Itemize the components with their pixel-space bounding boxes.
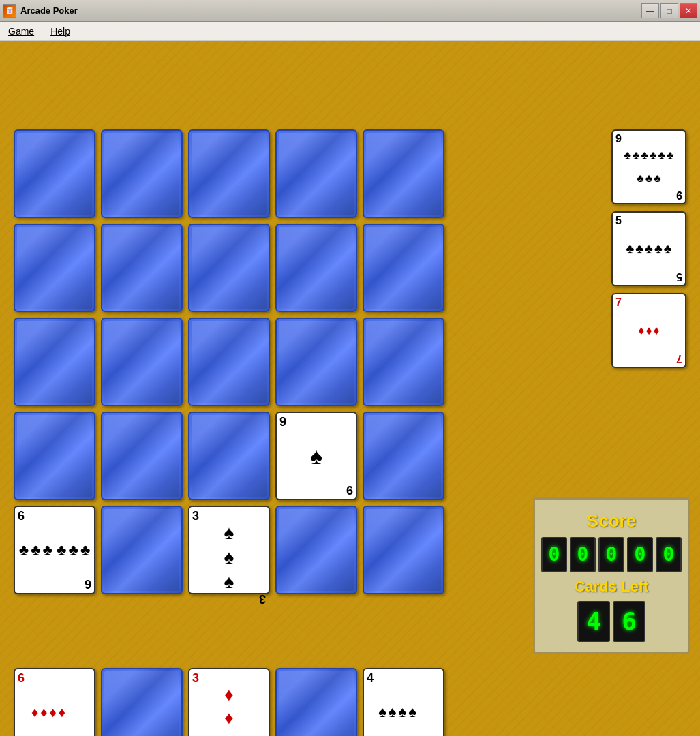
window-title: Arcade Poker [20, 5, 78, 16]
cards-digit-tens-value: 4 [586, 607, 601, 635]
title-bar-left: 🃏 Arcade Poker [3, 4, 78, 18]
grid-cell-0-2[interactable] [188, 129, 270, 218]
grid-cell-1-0[interactable] [14, 224, 95, 312]
card-suit-center-3s: ♠ ♠ ♠ [192, 522, 266, 593]
card-rank-top: 9 [279, 416, 286, 428]
help-menu[interactable]: Help [48, 25, 73, 38]
side-card-pips-5c: ♣♣ ♣ ♣♣ [626, 226, 671, 271]
grid-cell-1-3[interactable] [275, 224, 357, 312]
grid-cell-3-0[interactable] [14, 412, 95, 500]
score-digit-1: 0 [570, 537, 596, 572]
side-card-rank-bottom-5c: 5 [676, 271, 682, 282]
minimize-button[interactable]: — [641, 3, 659, 18]
card-suit-center-3d: ♦ ♦ ♦ [192, 684, 266, 736]
card-grid: 9 ♠ 9 6 ♣♣♣ ♣♣♣ 6 3 ♠ ♠ ♠ 3 [14, 129, 444, 594]
card-rank-bottom-3s: 3 [259, 593, 266, 605]
game-area: 9 ♠ 9 6 ♣♣♣ ♣♣♣ 6 3 ♠ ♠ ♠ 3 [0, 41, 700, 736]
cards-left-display: 4 6 [577, 601, 645, 642]
grid-cell-2-3[interactable] [275, 318, 357, 406]
bottom-cell-1[interactable] [101, 668, 183, 736]
side-card-rank-top-5c: 5 [615, 215, 622, 226]
cards-left-label: Cards Left [575, 578, 649, 596]
card-rank-top: 6 [18, 672, 25, 684]
side-card-5-clubs[interactable]: 5 ♣♣ ♣ ♣♣ 5 [611, 211, 686, 286]
grid-cell-0-0[interactable] [14, 129, 95, 218]
close-button[interactable]: ✕ [680, 3, 697, 18]
card-suit-center: ♦♦ ♦♦ [18, 684, 79, 736]
card-rank-bottom: 9 [346, 484, 353, 496]
grid-cell-3-1[interactable] [101, 412, 183, 500]
side-card-pips: ♣♣♣ ♣♣♣ ♣♣♣ [622, 144, 676, 189]
cards-digit-ones: 6 [613, 601, 645, 642]
maximize-button[interactable]: □ [660, 3, 678, 18]
card-rank-top-3s: 3 [192, 510, 199, 522]
grid-cell-2-4[interactable] [363, 318, 444, 406]
cards-digit-ones-value: 6 [622, 607, 637, 635]
card-3-spades[interactable]: 3 ♠ ♠ ♠ 3 [188, 506, 270, 594]
score-digit-4: 0 [656, 537, 682, 572]
grid-cell-1-1[interactable] [101, 224, 183, 312]
grid-cell-4-4[interactable] [363, 506, 444, 594]
grid-cell-1-2[interactable] [188, 224, 270, 312]
card-4-spades-bottom[interactable]: 4 ♠♠ ♠♠ 4 [363, 668, 444, 736]
grid-cell-3-2[interactable] [188, 412, 270, 500]
bottom-row: 6 ♦♦ ♦♦ 6 3 ♦ ♦ ♦ 3 4 ♠♠ ♠♠ [14, 668, 444, 736]
grid-cell-2-2[interactable] [188, 318, 270, 406]
grid-cell-2-1[interactable] [101, 318, 183, 406]
card-6-clubs[interactable]: 6 ♣♣♣ ♣♣♣ 6 [14, 506, 95, 594]
title-bar: 🃏 Arcade Poker — □ ✕ [0, 0, 700, 22]
grid-cell-0-4[interactable] [363, 129, 444, 218]
grid-cell-4-1[interactable] [101, 506, 183, 594]
card-suit-center: ♠ [279, 428, 353, 484]
grid-cell-2-0[interactable] [14, 318, 95, 406]
bottom-cell-3[interactable] [275, 668, 357, 736]
card-3-diamonds-bottom[interactable]: 3 ♦ ♦ ♦ 3 [188, 668, 270, 736]
score-panel: Score 0 0 0 0 0 Cards Left 4 6 [533, 497, 690, 654]
side-card-rank-bottom-7d: 7 [676, 353, 682, 364]
side-card-rank-bottom: 9 [676, 189, 682, 200]
game-menu[interactable]: Game [5, 25, 37, 38]
side-card-9-clubs[interactable]: 9 ♣♣♣ ♣♣♣ ♣♣♣ 9 [611, 129, 686, 204]
score-label: Score [587, 510, 636, 532]
card-9-spades[interactable]: 9 ♠ 9 [275, 412, 357, 500]
side-cards-panel: 9 ♣♣♣ ♣♣♣ ♣♣♣ 9 5 ♣♣ ♣ ♣♣ 5 7 ♦♦♦ 7 [611, 129, 686, 368]
side-card-pips-7d: ♦♦♦ [638, 308, 660, 353]
card-rank-top-3d: 3 [192, 672, 199, 684]
grid-cell-0-3[interactable] [275, 129, 357, 218]
side-card-rank-top-7d: 7 [615, 297, 622, 308]
side-card-rank-top: 9 [615, 134, 622, 144]
score-digit-2: 0 [598, 537, 624, 572]
menu-bar: Game Help [0, 22, 700, 41]
score-digit-3: 0 [627, 537, 653, 572]
grid-cell-1-4[interactable] [363, 224, 444, 312]
score-digit-0: 0 [541, 537, 567, 572]
grid-cell-0-1[interactable] [101, 129, 183, 218]
score-display: 0 0 0 0 0 [541, 537, 682, 572]
card-rank-bottom-6c: 6 [85, 578, 91, 590]
card-suit-center-6c: ♣♣♣ ♣♣♣ [18, 522, 91, 578]
card-rank-top-6c: 6 [18, 510, 25, 522]
window-controls: — □ ✕ [641, 3, 697, 18]
app-icon: 🃏 [3, 4, 16, 18]
card-rank-top-4s: 4 [367, 672, 374, 684]
side-card-7-diamonds[interactable]: 7 ♦♦♦ 7 [611, 293, 686, 368]
grid-cell-4-3[interactable] [275, 506, 357, 594]
card-suit-center-4s: ♠♠ ♠♠ [367, 684, 428, 736]
grid-cell-3-4[interactable] [363, 412, 444, 500]
card-6-diamonds-bottom[interactable]: 6 ♦♦ ♦♦ 6 [14, 668, 95, 736]
cards-digit-tens: 4 [577, 601, 610, 642]
